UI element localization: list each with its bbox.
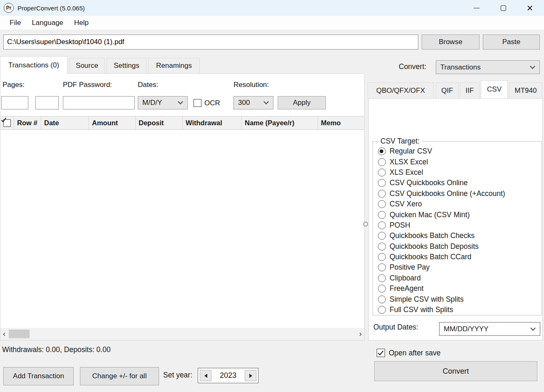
radio-option-quicken-mac-csv-mint[interactable]: Quicken Mac (CSV Mint) bbox=[378, 209, 542, 220]
tab-csv[interactable]: CSV bbox=[481, 80, 508, 98]
csv-target-title: CSV Target: bbox=[380, 137, 421, 146]
radio-icon bbox=[378, 221, 386, 229]
title-bar: Pr ProperConvert (5.0.065) × bbox=[0, 0, 544, 16]
radio-option-quickbooks-batch-checks[interactable]: Quickbooks Batch Checks bbox=[378, 231, 542, 241]
scroll-left-icon[interactable]: ‹ bbox=[0, 328, 8, 340]
table-header-row-number[interactable]: Row # bbox=[14, 117, 41, 129]
table-header-memo[interactable]: Memo bbox=[318, 117, 364, 129]
dates-label: Dates: bbox=[138, 81, 158, 89]
pages-to-input[interactable] bbox=[35, 96, 59, 109]
radio-icon bbox=[378, 232, 386, 240]
window-title: ProperConvert (5.0.065) bbox=[17, 5, 85, 12]
table-header-select-all[interactable] bbox=[0, 117, 14, 129]
transactions-table-body bbox=[0, 130, 364, 328]
tab-qif[interactable]: QIF bbox=[436, 82, 459, 98]
minimize-button[interactable] bbox=[463, 0, 490, 16]
table-header-amount[interactable]: Amount bbox=[89, 117, 136, 129]
tab-source[interactable]: Source bbox=[69, 58, 105, 73]
radio-icon bbox=[378, 169, 386, 176]
convert-value: Transactions bbox=[440, 63, 481, 72]
radio-option-regular-csv[interactable]: Regular CSV bbox=[378, 146, 542, 156]
radio-option-freeagent[interactable]: FreeAgent bbox=[378, 283, 542, 294]
radio-icon bbox=[378, 243, 386, 251]
change-sign-button[interactable]: Change +/- for all bbox=[80, 367, 159, 385]
arrow-right-icon bbox=[249, 374, 252, 378]
year-decrement-button[interactable] bbox=[200, 370, 211, 381]
radio-icon bbox=[378, 295, 386, 303]
chevron-down-icon bbox=[263, 99, 269, 104]
radio-icon bbox=[378, 200, 386, 208]
radio-option-csv-quickbooks-online[interactable]: CSV Quickbooks Online bbox=[378, 178, 542, 188]
radio-option-quickbooks-batch-ccard[interactable]: Quickbooks Batch CCard bbox=[378, 252, 542, 262]
radio-icon bbox=[378, 211, 386, 219]
convert-select[interactable]: Transactions bbox=[436, 60, 540, 74]
table-header-name-payee[interactable]: Name (Payee/r) bbox=[242, 117, 318, 129]
window-controls: × bbox=[463, 0, 544, 16]
table-header-date[interactable]: Date bbox=[41, 117, 89, 129]
radio-option-csv-quickbooks-online-account[interactable]: CSV Quickbooks Online (+Account) bbox=[378, 189, 542, 199]
tab-transactions[interactable]: Transactions (0) bbox=[0, 56, 67, 74]
pages-from-input[interactable] bbox=[1, 96, 28, 109]
tab-iif[interactable]: IIF bbox=[460, 82, 479, 98]
radio-option-xlsx-excel[interactable]: XLSX Excel bbox=[378, 156, 542, 167]
file-path-input[interactable] bbox=[3, 35, 418, 50]
splitter-handle[interactable] bbox=[363, 222, 368, 226]
csv-target-groupbox: CSV Target: Regular CSV XLSX Excel XLS E… bbox=[373, 137, 542, 315]
date-format-select[interactable]: M/D/Y bbox=[138, 96, 188, 109]
radio-option-positive-pay[interactable]: Positive Pay bbox=[378, 262, 542, 273]
date-format-value: M/D/Y bbox=[142, 99, 162, 107]
paste-button[interactable]: Paste bbox=[483, 35, 540, 50]
tab-settings[interactable]: Settings bbox=[107, 58, 147, 73]
table-header-deposit[interactable]: Deposit bbox=[136, 117, 183, 129]
add-transaction-button[interactable]: Add Transaction bbox=[3, 367, 74, 385]
apply-button[interactable]: Apply bbox=[278, 96, 326, 109]
arrow-left-icon bbox=[204, 374, 207, 378]
tab-mt940[interactable]: MT940 bbox=[509, 82, 542, 98]
open-after-save-label: Open after save bbox=[389, 349, 441, 357]
radio-option-full-csv-with-splits[interactable]: Full CSV with Splits bbox=[378, 305, 542, 315]
tab-renamings[interactable]: Renamings bbox=[148, 58, 200, 73]
chevron-down-icon bbox=[530, 64, 535, 69]
radio-option-xls-excel[interactable]: XLS Excel bbox=[378, 167, 542, 178]
radio-icon bbox=[378, 306, 386, 314]
table-header-withdrawal[interactable]: Withdrawal bbox=[183, 117, 242, 129]
year-increment-button[interactable] bbox=[245, 370, 256, 381]
radio-icon bbox=[378, 263, 386, 271]
open-after-save-checkbox[interactable] bbox=[377, 349, 385, 357]
radio-icon bbox=[378, 190, 386, 198]
radio-option-posh[interactable]: POSH bbox=[378, 220, 542, 231]
scrollbar-thumb[interactable] bbox=[9, 330, 30, 338]
year-value: 2023 bbox=[211, 371, 245, 380]
scroll-right-icon[interactable]: › bbox=[357, 328, 364, 340]
radio-option-clipboard[interactable]: Clipboard bbox=[378, 273, 542, 283]
convert-label: Convert: bbox=[399, 62, 426, 71]
resolution-label: Resolution: bbox=[233, 81, 269, 89]
ocr-checkbox[interactable] bbox=[194, 99, 201, 107]
select-all-checkbox[interactable] bbox=[3, 119, 11, 127]
radio-icon bbox=[378, 158, 386, 166]
year-stepper: 2023 bbox=[198, 368, 258, 383]
resolution-select[interactable]: 300 bbox=[233, 96, 273, 109]
radio-option-simple-csv-with-splits[interactable]: Simple CSV with Splits bbox=[378, 294, 542, 304]
menu-file[interactable]: File bbox=[4, 19, 26, 27]
radio-option-quickbooks-batch-deposits[interactable]: Quickbooks Batch Deposits bbox=[378, 241, 542, 252]
minimize-icon bbox=[474, 8, 479, 8]
ocr-label: OCR bbox=[204, 99, 220, 107]
pdf-password-label: PDF Password: bbox=[63, 81, 112, 89]
totals-status-text: Withdrawals: 0.00, Deposits: 0.00 bbox=[2, 345, 111, 354]
tab-qbo-qfx-ofx[interactable]: QBO/QFX/OFX bbox=[368, 82, 434, 98]
app-icon: Pr bbox=[4, 3, 14, 13]
maximize-button[interactable] bbox=[490, 0, 517, 16]
resolution-value: 300 bbox=[238, 99, 250, 107]
pdf-password-input[interactable] bbox=[63, 96, 135, 109]
browse-button[interactable]: Browse bbox=[422, 35, 479, 50]
radio-option-csv-xero[interactable]: CSV Xero bbox=[378, 199, 542, 209]
horizontal-scrollbar[interactable]: ‹ › bbox=[0, 328, 364, 340]
chevron-down-icon bbox=[178, 99, 183, 104]
set-year-label: Set year: bbox=[163, 371, 192, 380]
output-dates-select[interactable]: MM/DD/YYYY bbox=[439, 322, 540, 336]
menu-help[interactable]: Help bbox=[69, 19, 94, 27]
close-button[interactable]: × bbox=[517, 0, 543, 16]
convert-button[interactable]: Convert bbox=[374, 361, 537, 381]
menu-language[interactable]: Language bbox=[26, 19, 69, 27]
